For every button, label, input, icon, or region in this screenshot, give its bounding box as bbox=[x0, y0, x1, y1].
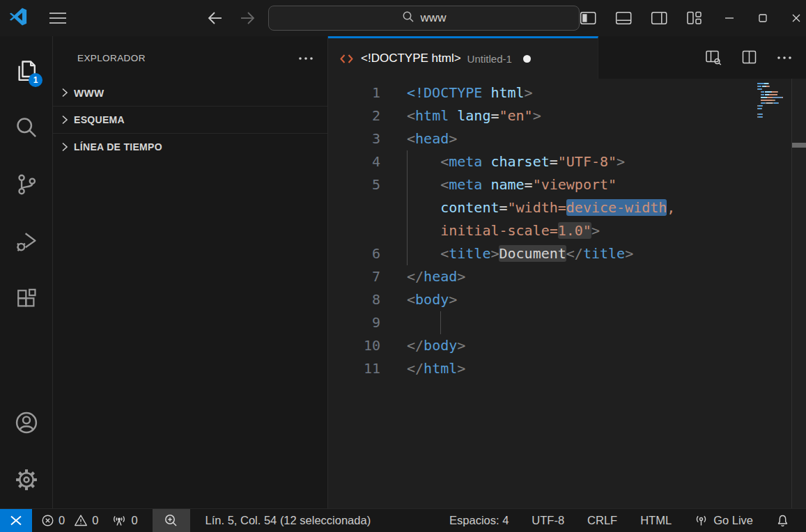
section-label: WWW bbox=[74, 87, 104, 99]
toggle-primary-sidebar-icon[interactable] bbox=[580, 10, 597, 26]
sidebar-section-www[interactable]: WWW bbox=[53, 79, 327, 106]
run-debug-icon bbox=[14, 229, 39, 254]
line-number: 6 bbox=[328, 242, 380, 265]
titlebar-left bbox=[0, 7, 268, 29]
code-line: 3<head> bbox=[328, 127, 806, 150]
scrollbar[interactable] bbox=[791, 79, 806, 508]
code-line: 1<!DOCTYPE html> bbox=[328, 81, 806, 104]
go-live-label: Go Live bbox=[713, 514, 753, 527]
html-file-icon bbox=[339, 52, 354, 65]
scrollbar-selection-marker bbox=[792, 143, 806, 148]
search-icon bbox=[14, 115, 39, 140]
menu-hamburger-icon[interactable] bbox=[49, 10, 67, 26]
code-line: content="width=device-width, bbox=[328, 196, 806, 219]
chevron-right-icon bbox=[59, 141, 71, 153]
radio-tower-icon bbox=[111, 514, 127, 527]
split-editor-icon[interactable] bbox=[741, 49, 758, 65]
broadcast-icon bbox=[695, 514, 708, 527]
go-forward-icon[interactable] bbox=[239, 10, 256, 26]
section-label: ESQUEMA bbox=[74, 114, 125, 125]
command-center-search[interactable]: www bbox=[268, 6, 580, 31]
status-bar: 0 0 0 Lín. 5, Col. 54 (12 seleccionada) … bbox=[0, 508, 806, 532]
zoom-status[interactable] bbox=[153, 509, 190, 532]
line-number: 7 bbox=[328, 265, 380, 288]
search-value: www bbox=[421, 11, 447, 25]
vscode-logo-icon bbox=[8, 7, 28, 29]
code-line: initial-scale=1.0"> bbox=[328, 219, 806, 242]
line-number: 10 bbox=[328, 334, 380, 357]
history-navigation bbox=[207, 10, 256, 26]
line-number: 3 bbox=[328, 127, 380, 150]
activitybar-accounts[interactable] bbox=[0, 394, 52, 451]
titlebar-right bbox=[580, 10, 806, 26]
language-mode-status[interactable]: HTML bbox=[640, 514, 672, 527]
minimize-icon[interactable] bbox=[724, 13, 735, 24]
activitybar-run-debug[interactable] bbox=[0, 213, 52, 270]
workbench: 1 bbox=[0, 36, 806, 508]
line-number: 8 bbox=[328, 288, 380, 311]
code-line: 8<body> bbox=[328, 288, 806, 311]
line-number: 5 bbox=[328, 173, 380, 196]
activity-bar: 1 bbox=[0, 36, 53, 508]
line-number: 2 bbox=[328, 104, 380, 127]
code-line: 9 bbox=[328, 311, 806, 334]
editor-group: <!DOCTYPE html> Untitled-1 1<!DOC bbox=[328, 36, 806, 508]
tab-bar: <!DOCTYPE html> Untitled-1 bbox=[328, 36, 806, 79]
modified-dot-icon[interactable] bbox=[523, 55, 531, 63]
toggle-panel-icon[interactable] bbox=[615, 10, 633, 26]
indentation-status[interactable]: Espacios: 4 bbox=[449, 514, 509, 527]
close-window-icon[interactable] bbox=[791, 13, 802, 24]
remote-icon bbox=[10, 515, 22, 526]
sidebar-section-timeline[interactable]: LÍNEA DE TIEMPO bbox=[53, 133, 327, 160]
more-actions-icon[interactable] bbox=[777, 55, 792, 61]
line-number: 1 bbox=[328, 81, 380, 104]
sidebar-title: EXPLORADOR bbox=[77, 53, 146, 63]
go-back-icon[interactable] bbox=[207, 10, 224, 26]
activitybar-source-control[interactable] bbox=[0, 156, 52, 213]
go-live-status[interactable]: Go Live bbox=[695, 514, 753, 527]
error-icon bbox=[41, 514, 54, 527]
account-icon bbox=[13, 409, 40, 436]
editor-body[interactable]: 1<!DOCTYPE html>2<html lang="en">3<head>… bbox=[328, 79, 806, 508]
open-preview-icon[interactable] bbox=[705, 49, 722, 65]
tab-untitled-1[interactable]: <!DOCTYPE html> Untitled-1 bbox=[328, 36, 598, 79]
chevron-right-icon bbox=[59, 86, 71, 99]
code-line: 5 <meta name="viewport" bbox=[328, 173, 806, 196]
activitybar-search[interactable] bbox=[0, 99, 52, 156]
window-controls bbox=[724, 13, 802, 24]
remote-indicator[interactable] bbox=[0, 509, 32, 532]
zoom-in-icon bbox=[164, 513, 178, 528]
code-lines: 1<!DOCTYPE html>2<html lang="en">3<head>… bbox=[328, 81, 806, 380]
line-number: 11 bbox=[328, 357, 380, 380]
chevron-right-icon bbox=[59, 114, 71, 126]
statusbar-right: Espacios: 4 UTF-8 CRLF HTML Go Live bbox=[449, 514, 806, 528]
sidebar-more-actions-icon[interactable] bbox=[298, 52, 313, 64]
indent-guide bbox=[407, 150, 408, 265]
encoding-status[interactable]: UTF-8 bbox=[532, 514, 564, 527]
customize-layout-icon[interactable] bbox=[686, 10, 703, 26]
bell-icon bbox=[776, 514, 789, 528]
editor-actions bbox=[705, 36, 806, 79]
minimap[interactable] bbox=[757, 83, 789, 119]
activitybar-settings[interactable] bbox=[0, 451, 52, 508]
code-line: 6 <title>Document</title> bbox=[328, 242, 806, 265]
maximize-icon[interactable] bbox=[757, 13, 768, 24]
extensions-icon bbox=[14, 286, 39, 311]
tab-description: Untitled-1 bbox=[467, 53, 512, 65]
ports-status[interactable]: 0 bbox=[111, 514, 137, 527]
gear-icon bbox=[13, 467, 40, 493]
line-number bbox=[328, 196, 380, 219]
problems-status[interactable]: 0 0 bbox=[41, 514, 98, 527]
activitybar-explorer[interactable]: 1 bbox=[0, 42, 52, 99]
toggle-secondary-sidebar-icon[interactable] bbox=[651, 10, 668, 26]
cursor-position-status[interactable]: Lín. 5, Col. 54 (12 seleccionada) bbox=[206, 514, 371, 527]
indent-guide bbox=[440, 311, 441, 334]
tab-label: <!DOCTYPE html> bbox=[361, 52, 461, 65]
notifications-bell[interactable] bbox=[776, 514, 789, 528]
ports-count: 0 bbox=[131, 514, 137, 527]
sidebar-section-outline[interactable]: ESQUEMA bbox=[53, 106, 327, 133]
section-label: LÍNEA DE TIEMPO bbox=[74, 141, 162, 152]
code-line: 10</body> bbox=[328, 334, 806, 357]
eol-status[interactable]: CRLF bbox=[587, 514, 617, 527]
activitybar-extensions[interactable] bbox=[0, 270, 52, 327]
